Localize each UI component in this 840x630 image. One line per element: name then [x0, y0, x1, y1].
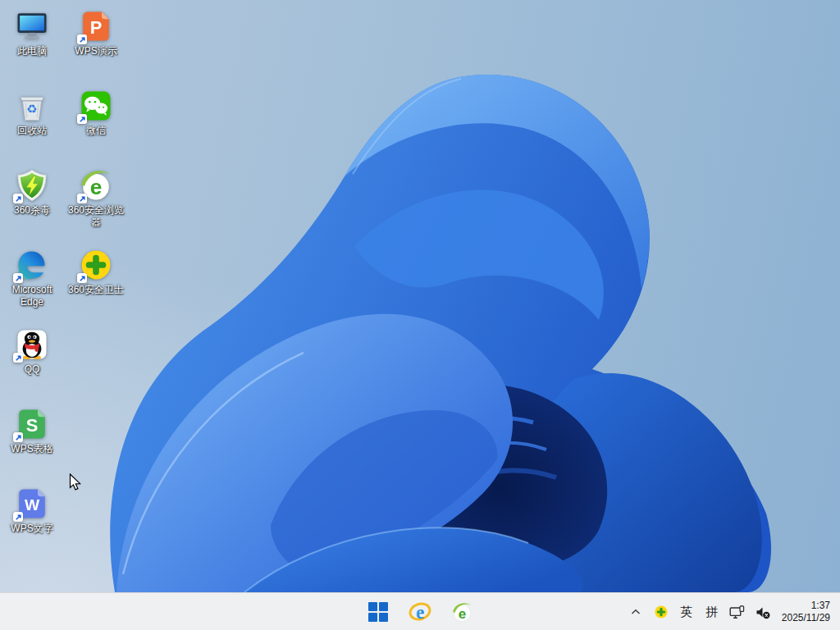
icon-label: WPS表格	[11, 443, 52, 455]
svg-text:S: S	[26, 415, 39, 436]
ethernet-network-icon	[729, 605, 745, 619]
internet-explorer-icon: e	[409, 600, 431, 623]
network-status[interactable]	[728, 598, 747, 626]
chevron-up-icon	[631, 609, 641, 615]
desktop-icon-microsoft-edge[interactable]: Microsoft Edge	[0, 248, 64, 308]
desktop-icon-360-safeguard[interactable]: 360安全卫士	[64, 248, 128, 296]
icon-label: Microsoft Edge	[0, 284, 64, 308]
shortcut-arrow-icon	[13, 512, 23, 522]
taskbar-center: e e	[364, 593, 476, 630]
qq-icon	[15, 327, 49, 362]
windows-logo-icon	[368, 602, 388, 622]
desktop-icon-360-secure-browser[interactable]: e 360安全浏览器	[64, 168, 128, 229]
desktop-icon-wps-writer[interactable]: W WPS文字	[0, 486, 64, 535]
clock-time: 1:37	[782, 600, 830, 612]
360-antivirus-icon	[15, 168, 49, 203]
desktop-icon-this-pc[interactable]: 此电脑	[0, 9, 64, 57]
360-secure-browser-icon: e	[451, 601, 473, 623]
system-tray: 英 拼 1:37 2025/11/29	[626, 593, 837, 630]
shortcut-arrow-icon	[13, 273, 23, 283]
ime-language-label: 英	[678, 605, 695, 620]
icon-label: 360杀毒	[14, 204, 50, 217]
desktop-icon-recycle-bin[interactable]: ♻ 回收站	[0, 89, 64, 137]
shortcut-arrow-icon	[77, 34, 87, 44]
shortcut-arrow-icon	[77, 114, 87, 124]
icon-label: 此电脑	[17, 45, 47, 57]
icon-label: WPS文字	[11, 523, 52, 535]
icon-label: 360安全浏览器	[64, 204, 128, 229]
360-secure-browser-icon: e	[79, 168, 113, 203]
svg-text:e: e	[416, 602, 424, 623]
360-safeguard-icon	[79, 248, 113, 282]
desktop-icon-wechat[interactable]: 微信	[64, 89, 128, 137]
clock-date: 2025/11/29	[782, 612, 830, 624]
svg-text:e: e	[90, 175, 103, 199]
svg-text:e: e	[458, 605, 465, 621]
mouse-cursor	[69, 473, 83, 492]
wechat-icon	[79, 89, 113, 123]
wps-writer-icon: W	[15, 486, 49, 521]
desktop: 此电脑 P WPS演示 ♻ 回收站	[0, 0, 840, 592]
icon-label: 微信	[86, 125, 106, 137]
shortcut-arrow-icon	[77, 194, 87, 203]
volume-muted-icon	[756, 605, 770, 619]
shortcut-arrow-icon	[13, 194, 23, 203]
icon-label: 回收站	[17, 125, 47, 137]
taskbar: e e 英 拼	[0, 592, 840, 630]
microsoft-edge-icon	[15, 248, 49, 282]
svg-text:P: P	[90, 17, 103, 38]
ime-language-indicator[interactable]: 英	[677, 598, 696, 626]
ime-mode-indicator[interactable]: 拼	[702, 598, 722, 626]
this-pc-icon	[15, 9, 49, 43]
desktop-icon-wps-spreadsheet[interactable]: S WPS表格	[0, 407, 64, 455]
desktop-icon-wps-presentation[interactable]: P WPS演示	[64, 9, 128, 57]
shortcut-arrow-icon	[77, 273, 87, 283]
taskbar-clock[interactable]: 1:37 2025/11/29	[778, 600, 837, 624]
taskbar-app-internet-explorer[interactable]: e	[406, 598, 434, 626]
icon-label: WPS演示	[75, 45, 116, 57]
desktop-icon-qq[interactable]: QQ	[0, 327, 64, 376]
ime-mode-label: 拼	[703, 605, 720, 620]
taskbar-app-360-secure-browser[interactable]: e	[448, 598, 476, 626]
icon-label: QQ	[25, 363, 40, 376]
shortcut-arrow-icon	[13, 353, 23, 363]
tray-360-safeguard[interactable]	[651, 598, 671, 626]
svg-text:W: W	[25, 496, 40, 514]
recycle-bin-icon: ♻	[15, 89, 49, 123]
desktop-icon-360-antivirus[interactable]: 360杀毒	[0, 168, 64, 217]
wps-presentation-icon: P	[79, 9, 113, 43]
icon-label: 360安全卫士	[68, 284, 124, 296]
shortcut-arrow-icon	[13, 432, 23, 442]
wps-spreadsheet-icon: S	[15, 407, 49, 441]
svg-text:♻: ♻	[26, 102, 37, 116]
hidden-icons-chevron[interactable]	[626, 598, 646, 626]
start-button[interactable]	[364, 598, 392, 626]
360-safeguard-tray-icon	[654, 605, 669, 619]
volume-status[interactable]	[753, 598, 773, 626]
